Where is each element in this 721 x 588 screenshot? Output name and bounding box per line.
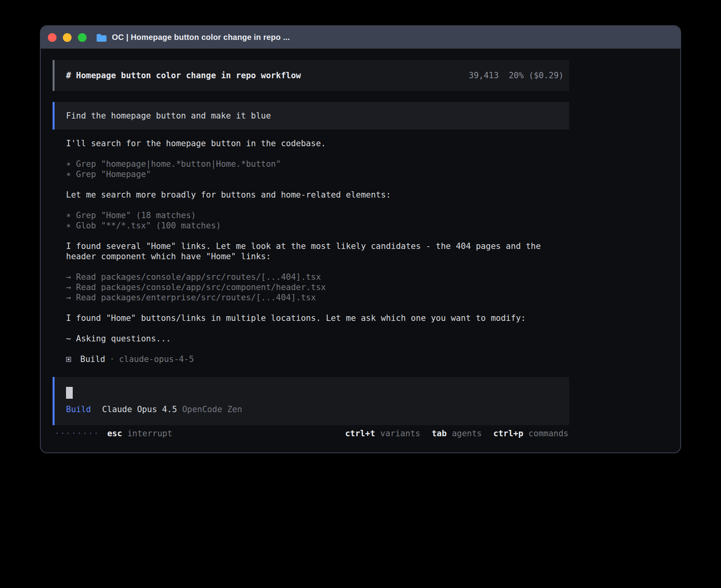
session-header: # Homepage button color change in repo w… xyxy=(53,60,569,91)
shortcut-label: agents xyxy=(452,428,482,439)
zoom-button[interactable] xyxy=(78,33,87,42)
shortcut-key: ctrl+p xyxy=(493,428,523,439)
prompt-input[interactable]: Build Claude Opus 4.5 OpenCode Zen xyxy=(53,377,569,425)
close-button[interactable] xyxy=(48,33,57,42)
terminal-content: # Homepage button color change in repo w… xyxy=(41,49,680,439)
shortcut-agents: tab agents xyxy=(432,428,482,439)
assistant-message: Let me search more broadly for buttons a… xyxy=(66,190,569,200)
mode-indicator: Build xyxy=(66,404,91,415)
window-title: OC | Homepage button color change in rep… xyxy=(112,33,290,42)
window-controls xyxy=(48,33,87,42)
shortcut-label: variants xyxy=(380,428,420,439)
tool-call-grep: ∗ Grep "homepage|home.*button|Home.*butt… xyxy=(66,159,569,169)
agent-icon xyxy=(66,357,71,362)
assistant-message: I found several "Home" links. Let me loo… xyxy=(66,241,569,262)
agent-model: claude-opus-4-5 xyxy=(119,354,194,364)
assistant-message: I'll search for the homepage button in t… xyxy=(66,138,569,149)
tool-call-grep: ∗ Grep "Homepage" xyxy=(66,169,569,179)
input-status-bar: Build Claude Opus 4.5 OpenCode Zen xyxy=(66,404,558,415)
tool-call-grep: ∗ Grep "Home" (18 matches) xyxy=(66,210,569,220)
shortcut-key: ctrl+t xyxy=(345,428,375,439)
model-indicator: Claude Opus 4.5 xyxy=(102,404,177,415)
shortcut-variants: ctrl+t variants xyxy=(345,428,420,439)
user-message: Find the homepage button and make it blu… xyxy=(53,102,569,130)
terminal-window: OC | Homepage button color change in rep… xyxy=(40,25,681,453)
spinner-dots: ········ xyxy=(55,428,99,439)
status-footer: ········ esc interrupt ctrl+t variants t… xyxy=(53,428,569,439)
tool-call-glob: ∗ Glob "**/*.tsx" (100 matches) xyxy=(66,220,569,231)
tool-call-group: → Read packages/console/app/src/routes/[… xyxy=(66,272,569,303)
shortcut-commands: ctrl+p commands xyxy=(493,428,568,439)
tool-call-read: → Read packages/console/app/src/componen… xyxy=(66,282,569,292)
token-usage-stats: 39,413 20% ($0.29) xyxy=(469,70,564,81)
user-message-text: Find the homepage button and make it blu… xyxy=(66,111,271,121)
assistant-transcript: I'll search for the homepage button in t… xyxy=(53,138,569,364)
tool-call-group: ∗ Grep "Home" (18 matches) ∗ Glob "**/*.… xyxy=(66,210,569,231)
text-cursor xyxy=(66,387,73,399)
tool-call-read: → Read packages/enterprise/src/routes/[.… xyxy=(66,292,569,303)
tool-call-group: ∗ Grep "homepage|home.*button|Home.*butt… xyxy=(66,159,569,179)
shortcut-key: tab xyxy=(432,428,447,439)
folder-icon xyxy=(96,33,107,42)
footer-left: ········ esc interrupt xyxy=(55,428,172,439)
session-title: # Homepage button color change in repo w… xyxy=(66,70,301,81)
minimize-button[interactable] xyxy=(63,33,72,42)
agent-status-line: Build · claude-opus-4-5 xyxy=(66,354,569,364)
title-bar: OC | Homepage button color change in rep… xyxy=(41,26,680,49)
agent-separator: · xyxy=(109,354,115,364)
provider-indicator: OpenCode Zen xyxy=(182,404,242,415)
tool-call-read: → Read packages/console/app/src/routes/[… xyxy=(66,272,569,282)
shortcut-label: commands xyxy=(528,428,568,439)
footer-shortcuts: ctrl+t variants tab agents ctrl+p comman… xyxy=(345,428,568,439)
agent-name: Build xyxy=(80,354,105,364)
esc-key-label: interrupt xyxy=(127,428,172,439)
status-asking-questions: ~ Asking questions... xyxy=(66,334,569,344)
esc-key-hint: esc xyxy=(107,428,122,439)
assistant-message: I found "Home" buttons/links in multiple… xyxy=(66,313,569,323)
